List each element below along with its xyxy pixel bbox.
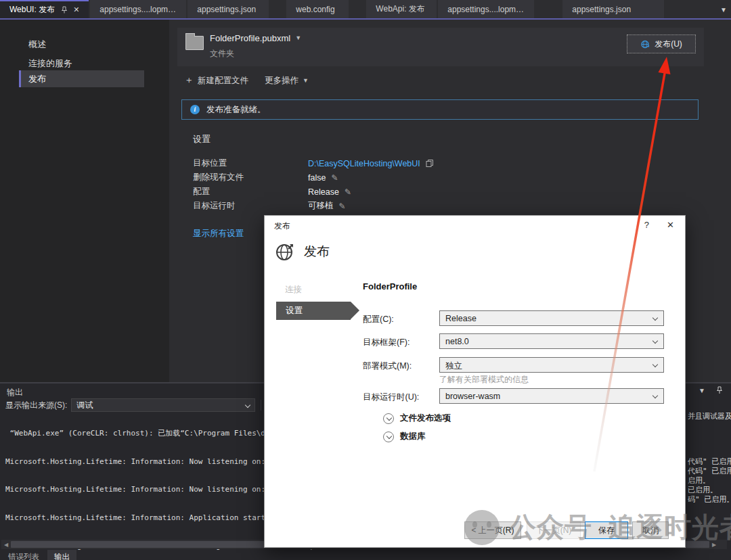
help-button[interactable]: ? <box>644 220 649 230</box>
chevron-down-icon <box>652 315 658 321</box>
tab-webapi-publish[interactable]: WebApi: 发布 <box>366 0 437 18</box>
configuration-dropdown[interactable]: Release <box>439 310 664 326</box>
panel-pin-icon[interactable] <box>716 386 723 394</box>
edit-pencil-icon[interactable]: ✎ <box>339 202 346 211</box>
output-log-fragment: 并且调试器及 <box>688 411 731 421</box>
publish-sidebar: 概述 连接的服务 发布 <box>0 20 169 382</box>
output-log-fragment: 启用。 <box>688 475 710 486</box>
profile-selector[interactable]: FolderProfile.pubxml▼ <box>210 33 301 43</box>
folder-icon <box>185 36 204 50</box>
profile-header: FolderProfile.pubxml▼ 文件夹 发布(U) <box>177 28 704 66</box>
sidebar-item-connected-services[interactable]: 连接的服务 <box>19 55 144 72</box>
plus-icon: ＋ <box>184 74 194 85</box>
status-message: 发布准备就绪。 <box>206 104 266 116</box>
publish-dialog: 发布 ? ✕ 发布 连接 设置 FolderProfile 配置(C): Rel… <box>264 215 686 548</box>
tab-appsettings-json-1[interactable]: appsettings.json <box>187 0 269 18</box>
profile-toolbar: ＋新建配置文件 更多操作▼ <box>184 74 309 87</box>
setting-row-target-location: 目标位置 D:\EasySQLiteHosting\WebUI <box>193 156 694 170</box>
profile-type-label: 文件夹 <box>210 48 234 60</box>
pin-icon[interactable] <box>61 6 68 14</box>
chevron-down-icon: ▼ <box>295 34 301 41</box>
setting-row-target-runtime: 目标运行时 可移植✎ <box>193 199 694 213</box>
scroll-right-icon[interactable]: ▶ <box>709 542 719 548</box>
next-button[interactable]: 下一页(N) <box>527 521 581 539</box>
setting-row-configuration: 配置 Release✎ <box>193 185 694 199</box>
target-runtime-dropdown[interactable]: browser-wasm <box>439 388 664 404</box>
previous-button[interactable]: < 上一页(R) <box>464 521 521 539</box>
target-framework-dropdown[interactable]: net8.0 <box>439 333 664 349</box>
dialog-nav-settings[interactable]: 设置 <box>276 302 351 320</box>
chevron-down-icon <box>652 362 658 367</box>
globe-icon <box>275 241 296 262</box>
copy-icon[interactable] <box>426 159 434 168</box>
chevron-circle-icon <box>383 431 394 442</box>
edit-pencil-icon[interactable]: ✎ <box>345 187 351 197</box>
output-log-fragment: 已启用。 <box>688 485 717 495</box>
more-actions-button[interactable]: 更多操作▼ <box>265 75 309 87</box>
target-location-link[interactable]: D:\EasySQLiteHosting\WebUI <box>308 159 420 168</box>
tab-appsettings-development-1[interactable]: appsettings....lopment.json <box>90 0 186 18</box>
chevron-down-icon <box>245 402 250 408</box>
output-log-fragment: 代码" 已启用 <box>688 466 731 476</box>
tab-webui-publish[interactable]: WebUI: 发布 ✕ <box>0 0 89 18</box>
tab-appsettings-json-2[interactable]: appsettings.json <box>562 0 664 18</box>
file-publish-options-section[interactable]: 文件发布选项 <box>383 413 451 424</box>
deploy-mode-help-link[interactable]: 了解有关部署模式的信息 <box>439 374 529 386</box>
tab-web-config[interactable]: web.config <box>286 0 349 18</box>
deployment-mode-dropdown[interactable]: 独立 <box>439 357 664 373</box>
dialog-header: 发布 <box>275 241 330 262</box>
tab-appsettings-development-2[interactable]: appsettings....lopment.json <box>438 0 534 18</box>
selection-accent-bar <box>19 70 21 87</box>
toolbar-separator <box>261 400 261 411</box>
close-icon[interactable]: ✕ <box>73 5 79 14</box>
error-list-tab[interactable]: 错误列表 <box>1 550 46 560</box>
output-tab[interactable]: 输出 <box>47 550 76 560</box>
setting-row-delete-existing: 删除现有文件 false✎ <box>193 170 694 185</box>
output-log-fragment: 代码" 已启用 <box>688 457 731 467</box>
dialog-buttons: < 上一页(R) 下一页(N) 保存 取消 <box>265 521 685 540</box>
show-all-settings-link[interactable]: 显示所有设置 <box>193 228 244 239</box>
publish-ready-banner: i 发布准备就绪。 <box>181 99 699 120</box>
output-source-label: 显示输出来源(S): <box>5 400 67 411</box>
output-panel-title: 输出 <box>7 387 23 398</box>
edit-pencil-icon[interactable]: ✎ <box>331 173 338 183</box>
database-section[interactable]: 数据库 <box>383 431 426 442</box>
bottom-panel-tabs: 错误列表 输出 <box>1 550 76 560</box>
dialog-titlebar: 发布 ? ✕ <box>265 216 685 233</box>
sidebar-item-overview[interactable]: 概述 <box>19 36 144 53</box>
tab-label: WebUI: 发布 <box>9 4 55 16</box>
settings-heading: 设置 <box>193 133 694 145</box>
save-button[interactable]: 保存 <box>585 521 628 539</box>
document-tabbar: WebUI: 发布 ✕ appsettings....lopment.json … <box>0 0 731 20</box>
sidebar-item-publish[interactable]: 发布 <box>19 70 144 87</box>
chevron-down-icon <box>652 338 658 344</box>
chevron-down-icon <box>652 393 658 398</box>
dialog-heading: 发布 <box>304 243 330 260</box>
chevron-down-icon: ▼ <box>303 77 309 84</box>
chevron-circle-icon <box>383 413 394 424</box>
scroll-left-icon[interactable]: ◀ <box>1 542 11 548</box>
panel-dropdown-icon[interactable]: ▼ <box>699 387 705 394</box>
cancel-button[interactable]: 取消 <box>632 521 669 539</box>
dialog-nav-connection[interactable]: 连接 <box>285 284 302 296</box>
publish-globe-icon <box>640 39 650 49</box>
dialog-close-button[interactable]: ✕ <box>667 220 674 230</box>
publish-button[interactable]: 发布(U) <box>627 34 696 53</box>
dialog-profile-heading: FolderProfile <box>363 281 417 291</box>
new-profile-button[interactable]: ＋新建配置文件 <box>184 74 248 87</box>
dialog-title: 发布 <box>274 220 290 232</box>
tab-overflow-chevron-icon[interactable]: ▼ <box>720 6 727 14</box>
output-log-fragment: 码" 已启用。 <box>688 494 731 505</box>
info-icon: i <box>190 105 200 114</box>
